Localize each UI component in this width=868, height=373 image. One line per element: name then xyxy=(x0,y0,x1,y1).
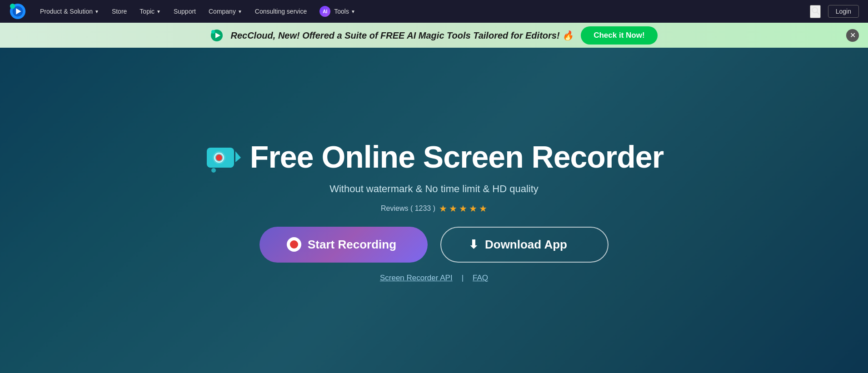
download-app-button[interactable]: ⬇ Download App xyxy=(440,227,609,263)
banner-text: RecCloud, New! Offered a Suite of FREE A… xyxy=(230,30,574,41)
apowersoft-logo-icon xyxy=(9,3,26,20)
star-1: ★ xyxy=(439,203,447,214)
hero-title: Free Online Screen Recorder xyxy=(250,139,663,174)
reccloud-icon xyxy=(210,29,223,42)
hero-content: Free Online Screen Recorder Without wate… xyxy=(205,139,663,283)
download-icon: ⬇ xyxy=(469,238,479,252)
ai-badge: AI xyxy=(319,6,330,17)
banner-content: RecCloud, New! Offered a Suite of FREE A… xyxy=(210,26,657,45)
hero-subtitle: Without watermark & No time limit & HD q… xyxy=(329,183,539,195)
banner-close-button[interactable]: ✕ xyxy=(846,29,859,42)
links-separator: | xyxy=(462,274,464,283)
record-dot-icon xyxy=(287,237,301,252)
nav-company[interactable]: Company ▼ xyxy=(209,8,242,15)
nav-product-solution[interactable]: Product & Solution ▼ xyxy=(40,8,99,15)
screen-recorder-api-link[interactable]: Screen Recorder API xyxy=(380,274,453,283)
star-4: ★ xyxy=(469,203,477,214)
logo-link[interactable] xyxy=(9,3,26,20)
hero-footer-links: Screen Recorder API | FAQ xyxy=(380,274,488,283)
download-app-label: Download App xyxy=(485,238,567,252)
start-recording-button[interactable]: Start Recording xyxy=(259,227,428,263)
chevron-down-icon: ▼ xyxy=(156,9,161,14)
star-rating: ★ ★ ★ ★ ★ xyxy=(439,203,487,214)
chevron-down-icon: ▼ xyxy=(95,9,99,14)
nav-links: Product & Solution ▼ Store Topic ▼ Suppo… xyxy=(40,6,796,17)
hero-section: Free Online Screen Recorder Without wate… xyxy=(0,48,868,373)
screen-recorder-icon xyxy=(205,139,241,175)
nav-support[interactable]: Support xyxy=(174,8,196,15)
svg-point-15 xyxy=(211,168,216,173)
hero-title-row: Free Online Screen Recorder xyxy=(205,139,663,175)
nav-store[interactable]: Store xyxy=(112,8,127,15)
navbar: Product & Solution ▼ Store Topic ▼ Suppo… xyxy=(0,0,868,23)
svg-point-8 xyxy=(211,30,215,34)
hero-reviews: Reviews ( 1233 ) ★ ★ ★ ★ ★ xyxy=(381,203,487,214)
svg-line-5 xyxy=(817,12,819,14)
nav-topic[interactable]: Topic ▼ xyxy=(140,8,161,15)
star-2: ★ xyxy=(449,203,457,214)
star-3: ★ xyxy=(459,203,467,214)
record-dot-inner xyxy=(290,240,298,249)
banner-cta-button[interactable]: Check it Now! xyxy=(581,26,657,45)
hero-buttons: Start Recording ⬇ Download App xyxy=(259,227,609,263)
svg-point-12 xyxy=(216,154,222,161)
search-button[interactable] xyxy=(810,5,821,18)
nav-consulting[interactable]: Consulting service xyxy=(255,8,307,15)
chevron-down-icon: ▼ xyxy=(351,9,355,14)
nav-tools[interactable]: AI Tools ▼ xyxy=(319,6,355,17)
star-5: ★ xyxy=(479,203,487,214)
start-recording-label: Start Recording xyxy=(308,238,396,252)
search-icon xyxy=(811,6,820,15)
reviews-label: Reviews ( 1233 ) xyxy=(381,204,435,213)
chevron-down-icon: ▼ xyxy=(238,9,242,14)
faq-link[interactable]: FAQ xyxy=(473,274,488,283)
svg-point-3 xyxy=(10,4,15,9)
promo-banner: RecCloud, New! Offered a Suite of FREE A… xyxy=(0,23,868,48)
login-button[interactable]: Login xyxy=(828,5,859,18)
svg-marker-14 xyxy=(235,151,241,162)
nav-right: Login xyxy=(810,5,859,18)
